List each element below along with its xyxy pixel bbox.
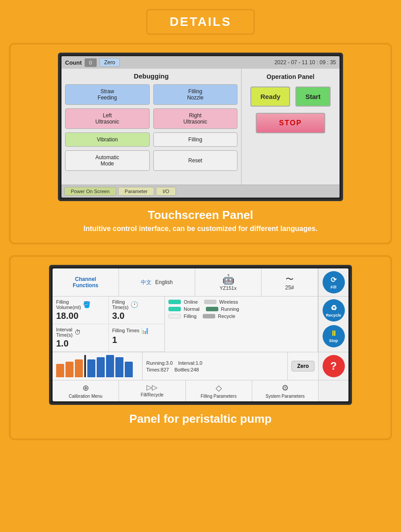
online-label: Online: [184, 299, 198, 305]
bar-8: [125, 362, 133, 377]
model-cell: 🤖 YZ151x: [195, 268, 262, 296]
filling-times-label: Filling Times 📊: [112, 327, 161, 334]
normal-row: Normal Running: [168, 306, 314, 312]
bar-7: [115, 357, 123, 377]
zero-button[interactable]: Zero: [99, 58, 120, 67]
tube-icon: 〜: [286, 274, 294, 285]
pump-parameters: Filling Volume(ml) 🪣 18.00 Filling Time(…: [53, 297, 165, 352]
help-button[interactable]: ?: [323, 355, 345, 377]
fill-icon: ⟳: [331, 276, 336, 284]
straw-feeding-btn[interactable]: StrawFeeding: [65, 84, 150, 105]
pump-stats: Running:3.0 Interval:1.0 Times:827 Bottl…: [143, 352, 288, 380]
calibration-menu-btn[interactable]: ⊕ Calibration Menu: [53, 380, 119, 401]
pump-main-row: Filling Volume(ml) 🪣 18.00 Filling Time(…: [53, 297, 348, 352]
wireless-dot: [204, 300, 217, 304]
count-value: 0: [85, 58, 97, 67]
interval-stat: Interval:1.0: [178, 360, 202, 366]
details-badge: DETAILS: [146, 9, 255, 35]
stats-row2: Times:827 Bottles:248: [146, 367, 284, 372]
recycle-dot: [203, 314, 215, 318]
side-buttons-col: ♻ Recycle ⏸ Stop: [318, 297, 348, 352]
right-ultrasonic-btn[interactable]: RightUltrasonic: [153, 108, 238, 129]
filling-row: Filling Recycle: [168, 313, 314, 319]
left-ultrasonic-btn[interactable]: LeftUltrasonic: [65, 108, 150, 129]
normal-dot: [168, 307, 181, 311]
debugging-title: Debugging: [65, 72, 237, 80]
filling-times-cell: Filling Times 📊 1: [109, 324, 165, 352]
bar-chart-icon: 📊: [141, 327, 149, 334]
pump-screen-inner: ChannelFunctions 中文 English 🤖 YZ151x 〜 2…: [53, 268, 348, 401]
stats-row1: Running:3.0 Interval:1.0: [146, 360, 284, 366]
touchscreen-section-title: Touchscreen Panel: [148, 208, 254, 222]
calibration-label: Calibration Menu: [69, 394, 102, 399]
tube-cell: 〜 25#: [262, 268, 318, 296]
filling-params-label: Filling Parameters: [200, 394, 237, 399]
start-button[interactable]: Start: [295, 87, 330, 107]
stop-button[interactable]: STOP: [256, 113, 325, 133]
fill-volume-label: Filling Volume(ml) 🪣: [56, 299, 105, 310]
automatic-mode-btn[interactable]: AutomaticMode: [65, 150, 150, 171]
fill-recycle-btn[interactable]: ▷▷ Fill/Recycle: [119, 380, 185, 401]
ready-start-row: Ready Start: [250, 87, 330, 107]
io-btn[interactable]: I/O: [156, 187, 176, 196]
tube-label: 25#: [285, 285, 294, 291]
filling-params-btn[interactable]: ◇ Filling Parameters: [186, 380, 252, 401]
recycle-button[interactable]: ♻ Recycle: [323, 299, 345, 322]
debugging-buttons: StrawFeeding FillingNozzle LeftUltrasoni…: [65, 84, 237, 171]
fill-recycle-icon: ▷▷: [147, 383, 157, 392]
filling-btn[interactable]: Filling: [153, 132, 238, 147]
running-label: Running: [221, 306, 239, 312]
operation-panel: Operation Panel Ready Start STOP: [241, 69, 340, 185]
ts-footer: Power On Screen Parameter I/O: [61, 185, 340, 198]
wireless-label: Wireless: [219, 299, 238, 305]
system-params-label: System Parameters: [266, 394, 305, 399]
debugging-panel: Debugging StrawFeeding FillingNozzle Lef…: [61, 69, 241, 185]
lang-zh[interactable]: 中文: [141, 279, 151, 286]
fill-icon-small: 🪣: [83, 301, 90, 308]
model-label: YZ151x: [220, 285, 237, 291]
ready-button[interactable]: Ready: [250, 87, 290, 107]
vibration-btn[interactable]: Vibration: [65, 132, 150, 147]
filling-nozzle-btn[interactable]: FillingNozzle: [153, 84, 238, 105]
power-on-screen-btn[interactable]: Power On Screen: [64, 187, 116, 196]
pump-footer: ⊕ Calibration Menu ▷▷ Fill/Recycle ◇ Fil…: [53, 380, 348, 401]
bar-5: [97, 357, 105, 377]
datetime-display: 2022 - 07 - 11 10 : 09 : 35: [274, 59, 336, 66]
ts-header: Count 0 Zero 2022 - 07 - 11 10 : 09 : 35: [61, 56, 340, 69]
lang-en[interactable]: English: [155, 279, 172, 285]
channel-functions-cell: ChannelFunctions: [53, 268, 119, 296]
interval-time-cell: Interval Time(s) ⏱ 1.0: [53, 324, 109, 352]
calibration-icon: ⊕: [82, 383, 89, 393]
pump-section: ChannelFunctions 中文 English 🤖 YZ151x 〜 2…: [9, 255, 392, 440]
normal-label: Normal: [184, 306, 199, 312]
bar-6: [106, 355, 114, 377]
running-stat: Running:3.0: [146, 360, 172, 366]
reset-btn[interactable]: Reset: [153, 150, 238, 171]
bottles-stat: Bottles:248: [174, 367, 199, 372]
fill-time-label: Filling Time(s) 🕐: [112, 299, 161, 310]
screen-inner: Count 0 Zero 2022 - 07 - 11 10 : 09 : 35…: [61, 56, 340, 198]
filling-dot: [168, 314, 181, 318]
question-col: ?: [318, 352, 348, 380]
fill-button[interactable]: ⟳ Fill: [323, 271, 345, 293]
bar-4: [87, 359, 95, 377]
channel-func-label: ChannelFunctions: [73, 276, 98, 289]
system-params-btn[interactable]: ⚙ System Parameters: [252, 380, 318, 401]
filling-times-value: 1: [112, 335, 161, 345]
parameter-btn[interactable]: Parameter: [118, 187, 154, 196]
pause-icon: ⏸: [330, 330, 337, 338]
pump-stop-button[interactable]: ⏸ Stop: [323, 325, 345, 347]
pump-bar-chart: [53, 352, 143, 380]
language-cell: 中文 English: [119, 268, 195, 296]
pump-zero-button[interactable]: Zero: [291, 361, 315, 371]
filling-status-label: Filling: [184, 313, 196, 319]
recycle-icon: ♻: [331, 304, 337, 312]
pump-screen-frame: ChannelFunctions 中文 English 🤖 YZ151x 〜 2…: [49, 265, 352, 405]
clock-icon: 🕐: [131, 301, 138, 308]
side-buttons-header: ⟳ Fill: [318, 268, 348, 296]
timer-icon: ⏱: [74, 329, 81, 336]
touchscreen-section: Count 0 Zero 2022 - 07 - 11 10 : 09 : 35…: [9, 43, 392, 244]
touchscreen-section-desc: Intuitive control interface, can be cust…: [83, 225, 317, 233]
filling-params-icon: ◇: [216, 383, 222, 393]
interval-time-label: Interval Time(s) ⏱: [56, 327, 105, 338]
